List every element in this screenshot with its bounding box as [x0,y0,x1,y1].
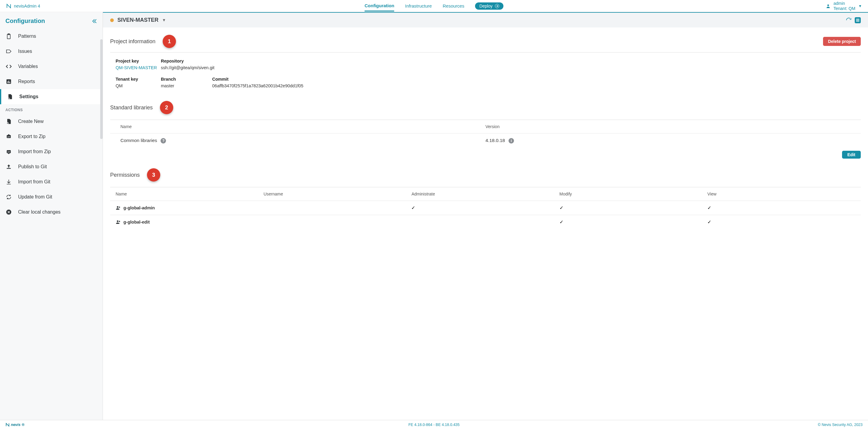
svg-point-17 [119,207,120,208]
commit-value: 06affb3470f2575f1a7823a62001b42e90dd1f05 [212,83,303,88]
perm-name: g-global-admin [123,205,155,210]
project-info-section: Project information 1 Delete project Pro… [110,35,861,91]
perm-name: g-global-edit [123,220,150,225]
sidebar-item-settings[interactable]: Settings [0,89,103,104]
chevron-down-icon: ▼ [162,18,166,22]
action-export-zip[interactable]: ZIP Export to Zip [0,129,103,144]
code-icon [5,63,12,70]
check-icon: ✓ [560,205,707,210]
brand[interactable]: nevisAdmin 4 [6,3,40,9]
sidebar-item-patterns[interactable]: Patterns [0,29,103,44]
footer-brand: nevis® [5,423,25,427]
file-gear-icon [7,93,13,100]
svg-text:ZIP: ZIP [7,151,10,153]
sidebar-item-reports[interactable]: Reports [0,74,103,89]
svg-rect-4 [7,81,8,83]
label-branch: Branch [161,77,212,82]
check-icon: ✓ [411,205,559,210]
actions-list: Create New ZIP Export to Zip ZIP Import … [0,114,103,220]
footer-copyright[interactable]: © Nevis Security AG, 2023 [818,423,863,427]
svg-point-19 [119,221,120,222]
deploy-button[interactable]: Deploy [475,2,503,10]
callout-1: 1 [163,35,176,48]
info-icon[interactable]: i [508,138,514,143]
refresh-icon [5,194,12,200]
action-import-zip[interactable]: ZIP Import from Zip [0,144,103,159]
topbar: nevisAdmin 4 Configuration Infrastructur… [0,0,868,12]
lib-name: Common libraries [120,138,157,143]
svg-point-16 [117,206,118,207]
brand-text: nevisAdmin 4 [14,4,40,8]
chevron-down-icon: ▼ [858,4,862,8]
grid-view-icon[interactable] [855,17,861,23]
col-modify: Modify [560,192,707,196]
refresh-icon[interactable] [846,17,852,23]
label: Clear local changes [18,209,61,215]
user-menu[interactable]: admin Tenant: QM ▼ [826,1,862,11]
x-circle-icon [5,209,12,216]
label: Update from Git [18,194,52,200]
play-icon [495,4,499,8]
main: SIVEN-MASTER ▼ Project information 1 Del… [103,12,868,420]
section-title: Project information [110,38,155,45]
check-icon: ✓ [707,220,855,225]
content: Project information 1 Delete project Pro… [103,28,868,420]
permissions-table: Name Username Administrate Modify View g… [110,187,861,229]
check-icon: ✓ [560,220,707,225]
actions-label: ACTIONS [0,104,103,114]
sidebar-item-issues[interactable]: Issues [0,44,103,59]
status-dot-icon [110,19,114,22]
project-header: SIVEN-MASTER ▼ [103,12,868,28]
project-selector[interactable]: SIVEN-MASTER ▼ [110,17,166,23]
project-key[interactable]: QM-SIVEN-MASTER [116,65,161,70]
zip-up-icon: ZIP [5,133,12,140]
sidebar-title: Configuration [5,18,45,25]
zip-down-icon: ZIP [5,148,12,155]
label: Variables [18,64,38,69]
nav-configuration[interactable]: Configuration [365,1,394,11]
col-name: Name [120,124,486,129]
sidebar-item-variables[interactable]: Variables [0,59,103,74]
group-icon [116,205,121,210]
clipboard-icon [5,33,12,39]
table-row: g-global-edit ✓ ✓ [110,215,861,229]
check-icon: ✓ [707,205,855,210]
edit-button[interactable]: Edit [842,151,861,159]
libraries-table: Name Version Common libraries ? 4.18.0.1… [110,120,861,148]
tag-icon [5,48,12,55]
upload-icon [5,164,12,170]
table-row: Common libraries ? 4.18.0.18 i [110,133,861,148]
lib-version: 4.18.0.18 [486,138,505,143]
action-publish-git[interactable]: Publish to Git [0,159,103,174]
chart-icon [5,78,12,85]
collapse-icon[interactable] [92,19,97,24]
download-icon [5,178,12,185]
help-icon[interactable]: ? [161,138,166,143]
action-create-new[interactable]: Create New [0,114,103,129]
delete-project-button[interactable]: Delete project [823,37,861,46]
nav-infrastructure[interactable]: Infrastructure [405,1,432,11]
label-repository: Repository [161,59,215,63]
libraries-section: Standard libraries 2 Name Version Common… [110,101,861,159]
section-title: Standard libraries [110,105,153,111]
label: Issues [18,49,32,54]
label-commit: Commit [212,77,303,82]
label-project-key: Project key [116,59,161,63]
nav-resources[interactable]: Resources [443,1,464,11]
user-name: admin [834,1,855,6]
action-clear-local[interactable]: Clear local changes [0,204,103,220]
scrollbar[interactable] [100,39,103,139]
col-view: View [707,192,855,196]
table-row: g-global-admin ✓ ✓ ✓ [110,201,861,215]
action-update-git[interactable]: Update from Git [0,190,103,204]
nav-list: Patterns Issues Variables Reports Settin… [0,29,103,104]
tenant-value: QM [116,83,161,88]
action-import-git[interactable]: Import from Git [0,174,103,190]
group-icon [116,219,121,225]
svg-rect-5 [8,81,9,83]
permissions-section: Permissions 3 Name Username Administrate… [110,168,861,229]
deploy-label: Deploy [479,4,493,8]
label-tenant-key: Tenant key [116,77,161,82]
footer-version: FE 4.18.0-864 - BE 4.18.0.435 [408,423,460,427]
label: Patterns [18,33,36,39]
